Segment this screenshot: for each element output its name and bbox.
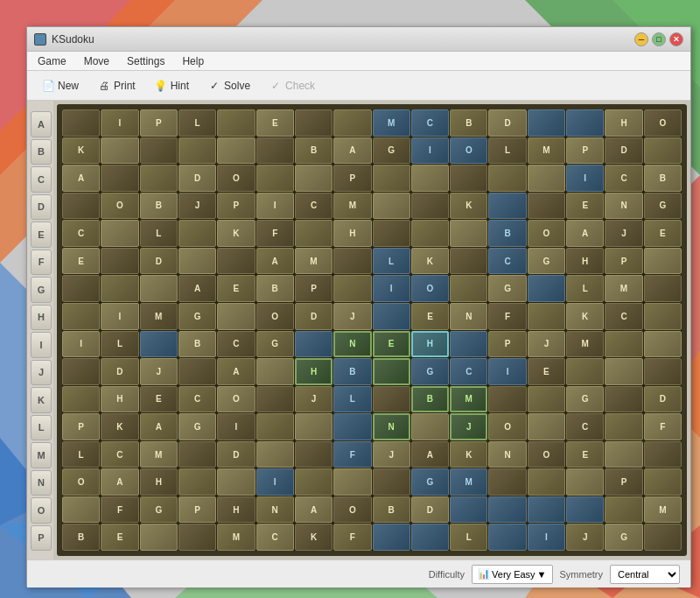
new-button[interactable]: 📄 New xyxy=(34,76,87,95)
table-row[interactable]: I xyxy=(256,193,294,220)
table-row[interactable] xyxy=(528,303,565,330)
table-row[interactable]: L xyxy=(488,137,526,165)
table-row[interactable] xyxy=(62,275,100,302)
table-row[interactable]: J xyxy=(333,303,371,330)
table-row[interactable] xyxy=(333,275,371,302)
table-row[interactable] xyxy=(566,468,604,496)
table-row[interactable]: M xyxy=(333,193,371,220)
table-row[interactable]: K xyxy=(62,137,100,165)
table-row[interactable]: M xyxy=(450,468,487,496)
table-row[interactable]: O xyxy=(528,441,565,468)
table-row[interactable] xyxy=(566,496,604,524)
menu-settings[interactable]: Settings xyxy=(120,53,172,69)
table-row[interactable] xyxy=(178,441,216,468)
table-row[interactable] xyxy=(488,193,526,220)
table-row[interactable]: I xyxy=(62,331,100,358)
table-row[interactable]: G xyxy=(256,331,294,358)
table-row[interactable]: E xyxy=(140,386,178,413)
table-row[interactable]: B xyxy=(373,496,410,524)
table-row[interactable] xyxy=(644,441,682,468)
check-button[interactable]: ✓ Check xyxy=(262,76,323,95)
table-row[interactable] xyxy=(528,496,565,524)
table-row[interactable] xyxy=(528,109,565,137)
table-row[interactable]: K xyxy=(566,303,604,330)
table-row[interactable] xyxy=(101,137,138,165)
table-row[interactable]: P xyxy=(62,413,100,440)
table-row[interactable] xyxy=(217,303,255,330)
table-row[interactable]: K xyxy=(450,193,487,220)
table-row[interactable] xyxy=(101,275,138,302)
table-row[interactable]: A xyxy=(566,220,604,247)
table-row[interactable]: D xyxy=(295,303,332,330)
table-row[interactable] xyxy=(644,524,682,551)
table-row[interactable] xyxy=(62,358,100,385)
table-row[interactable] xyxy=(411,193,449,220)
table-row[interactable]: A xyxy=(140,413,178,440)
table-row[interactable] xyxy=(605,413,642,440)
table-row[interactable] xyxy=(605,496,642,524)
table-row[interactable]: O xyxy=(333,496,371,524)
table-row[interactable] xyxy=(605,441,642,468)
table-row[interactable] xyxy=(450,331,487,358)
table-row[interactable] xyxy=(101,248,138,275)
table-row[interactable]: M xyxy=(140,303,178,330)
table-row[interactable] xyxy=(62,303,100,330)
table-row[interactable]: J xyxy=(178,193,216,220)
table-row[interactable]: M xyxy=(373,109,410,137)
table-row[interactable]: N xyxy=(450,303,487,330)
table-row[interactable]: N xyxy=(488,441,526,468)
hint-button[interactable]: 💡 Hint xyxy=(147,76,197,95)
table-row[interactable]: B xyxy=(140,193,178,220)
table-row[interactable]: F xyxy=(333,524,371,551)
table-row[interactable]: B xyxy=(644,165,682,192)
table-row[interactable]: P xyxy=(566,137,604,165)
table-row[interactable]: G xyxy=(373,137,410,165)
table-row[interactable]: I xyxy=(488,358,526,385)
table-row[interactable]: P xyxy=(217,193,255,220)
table-row[interactable] xyxy=(256,137,294,165)
table-row[interactable] xyxy=(295,441,332,468)
table-row[interactable]: I xyxy=(101,303,138,330)
table-row[interactable] xyxy=(178,137,216,165)
table-row[interactable]: G xyxy=(178,303,216,330)
table-row[interactable]: D xyxy=(217,441,255,468)
table-row[interactable]: D xyxy=(605,137,642,165)
solve-button[interactable]: ✓ Solve xyxy=(200,76,258,95)
maximize-button[interactable]: □ xyxy=(652,32,666,46)
table-row[interactable]: D xyxy=(178,165,216,192)
table-row[interactable]: P xyxy=(333,165,371,192)
table-row[interactable]: F xyxy=(644,413,682,440)
menu-game[interactable]: Game xyxy=(31,53,74,69)
table-row[interactable] xyxy=(101,220,138,247)
table-row[interactable] xyxy=(217,468,255,496)
table-row[interactable] xyxy=(178,524,216,551)
table-row[interactable]: A xyxy=(178,275,216,302)
table-row[interactable] xyxy=(528,386,565,413)
menu-help[interactable]: Help xyxy=(175,53,211,69)
table-row[interactable] xyxy=(140,275,178,302)
table-row[interactable] xyxy=(295,109,332,137)
table-row[interactable]: O xyxy=(217,386,255,413)
table-row[interactable] xyxy=(62,193,100,220)
table-row[interactable] xyxy=(488,496,526,524)
table-row[interactable]: F xyxy=(488,303,526,330)
table-row[interactable] xyxy=(62,496,100,524)
table-row[interactable]: B xyxy=(333,358,371,385)
table-row[interactable]: G xyxy=(140,496,178,524)
table-row[interactable]: D xyxy=(411,496,449,524)
table-row[interactable]: J xyxy=(528,331,565,358)
table-row[interactable] xyxy=(140,331,178,358)
table-row[interactable] xyxy=(488,468,526,496)
table-row[interactable]: O xyxy=(488,413,526,440)
table-row[interactable]: E xyxy=(256,109,294,137)
table-row[interactable]: L xyxy=(62,441,100,468)
table-row[interactable]: M xyxy=(605,275,642,302)
table-row[interactable]: J xyxy=(373,441,410,468)
table-row[interactable] xyxy=(566,358,604,385)
table-row[interactable]: C xyxy=(101,441,138,468)
table-row[interactable]: G xyxy=(528,248,565,275)
table-row[interactable]: H xyxy=(217,496,255,524)
table-row[interactable] xyxy=(450,165,487,192)
table-row[interactable]: C xyxy=(62,220,100,247)
table-row[interactable] xyxy=(528,413,565,440)
